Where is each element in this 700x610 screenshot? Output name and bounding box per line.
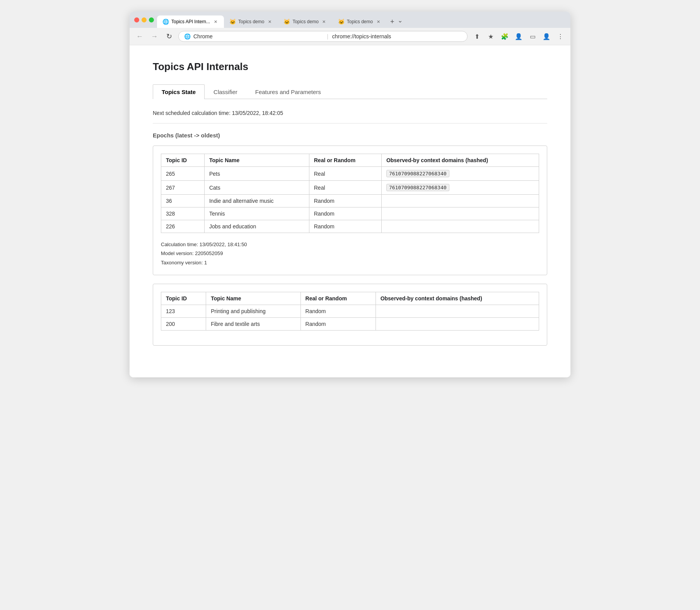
tab-classifier[interactable]: Classifier <box>205 84 246 99</box>
tab-3-title: Topics demo <box>292 19 318 24</box>
traffic-lights <box>134 17 154 26</box>
col-header-topic-id: Topic ID <box>161 292 206 305</box>
menu-icon[interactable]: ⋮ <box>555 31 566 42</box>
epoch-1-calc-time: Calculation time: 13/05/2022, 18:41:50 <box>161 240 539 249</box>
epoch-1-meta: Calculation time: 13/05/2022, 18:41:50 M… <box>161 240 539 267</box>
table-row: 328 Tennis Random <box>161 207 539 220</box>
epoch-1-model-version: Model version: 2205052059 <box>161 249 539 258</box>
browser-tab-2[interactable]: 🐱 Topics demo ✕ <box>224 15 278 28</box>
account-icon[interactable]: 👤 <box>541 31 552 42</box>
tab-4-title: Topics demo <box>347 19 373 24</box>
cell-topic-name: Cats <box>204 181 309 195</box>
browser-tab-4[interactable]: 🐱 Topics demo ✕ <box>333 15 387 28</box>
forward-button[interactable]: → <box>149 31 160 42</box>
col-header-topic-name: Topic Name <box>204 154 309 167</box>
browser-tab-3[interactable]: 🐱 Topics demo ✕ <box>278 15 332 28</box>
nav-tabs: Topics State Classifier Features and Par… <box>153 84 547 99</box>
sidebar-icon[interactable]: ▭ <box>527 31 538 42</box>
close-button[interactable] <box>134 17 139 22</box>
table-row: 267 Cats Real 7610709088227068340 <box>161 181 539 195</box>
reload-button[interactable]: ↻ <box>164 31 174 42</box>
address-site-label: Chrome <box>193 33 323 39</box>
cell-hash: 7610709088227068340 <box>381 181 539 195</box>
cell-topic-id: 36 <box>161 195 205 207</box>
cell-topic-name: Jobs and education <box>204 220 309 233</box>
title-bar: 🌐 Topics API Intern... ✕ 🐱 Topics demo ✕… <box>130 12 570 28</box>
hash-value: 7610709088227068340 <box>386 184 449 191</box>
cell-real-random: Real <box>309 167 381 181</box>
col-header-topic-id: Topic ID <box>161 154 205 167</box>
cell-real-random: Random <box>309 207 381 220</box>
new-tab-button[interactable]: + <box>387 16 398 27</box>
address-bar[interactable]: 🌐 Chrome | chrome://topics-internals <box>178 31 468 42</box>
epoch-1-taxonomy-version: Taxonomy version: 1 <box>161 258 539 267</box>
col-header-real-random: Real or Random <box>300 292 376 305</box>
maximize-button[interactable] <box>149 17 154 22</box>
epoch-1-table: Topic ID Topic Name Real or Random Obser… <box>161 154 539 233</box>
cell-topic-name: Printing and publishing <box>206 305 300 318</box>
cell-hash <box>376 318 539 331</box>
toolbar: ← → ↻ 🌐 Chrome | chrome://topics-interna… <box>130 28 570 45</box>
cell-topic-name: Pets <box>204 167 309 181</box>
minimize-button[interactable] <box>142 17 147 22</box>
next-calc-time: Next scheduled calculation time: 13/05/2… <box>153 110 547 116</box>
cell-hash <box>381 207 539 220</box>
table-row: 123 Printing and publishing Random <box>161 305 539 318</box>
hash-value: 7610709088227068340 <box>386 170 449 177</box>
browser-window: 🌐 Topics API Intern... ✕ 🐱 Topics demo ✕… <box>130 12 570 377</box>
cell-topic-id: 265 <box>161 167 205 181</box>
tab-2-icon: 🐱 <box>229 19 236 25</box>
cell-topic-name: Fibre and textile arts <box>206 318 300 331</box>
extensions-icon[interactable]: 🧩 <box>499 31 510 42</box>
toolbar-actions: ⬆ ★ 🧩 👤 ▭ 👤 ⋮ <box>471 31 566 42</box>
cell-topic-id: 267 <box>161 181 205 195</box>
tab-list-chevron[interactable]: ⌄ <box>398 17 403 28</box>
tab-4-icon: 🐱 <box>338 19 345 25</box>
tab-3-icon: 🐱 <box>283 19 290 25</box>
col-header-real-random: Real or Random <box>309 154 381 167</box>
epoch-2-table: Topic ID Topic Name Real or Random Obser… <box>161 292 539 331</box>
table-header-row: Topic ID Topic Name Real or Random Obser… <box>161 154 539 167</box>
tab-1-close[interactable]: ✕ <box>212 19 219 25</box>
epochs-heading: Epochs (latest -> oldest) <box>153 132 547 139</box>
cell-topic-name: Tennis <box>204 207 309 220</box>
cell-topic-id: 226 <box>161 220 205 233</box>
tab-2-close[interactable]: ✕ <box>266 19 273 25</box>
tab-4-close[interactable]: ✕ <box>375 19 381 25</box>
cell-real-random: Real <box>309 181 381 195</box>
cell-topic-id: 328 <box>161 207 205 220</box>
tab-topics-state[interactable]: Topics State <box>153 84 205 99</box>
col-header-observed-domains: Observed-by context domains (hashed) <box>376 292 539 305</box>
cell-hash <box>381 220 539 233</box>
section-divider <box>153 123 547 123</box>
table-row: 200 Fibre and textile arts Random <box>161 318 539 331</box>
site-icon: 🌐 <box>184 33 190 39</box>
page-title: Topics API Internals <box>153 61 547 73</box>
cell-real-random: Random <box>300 305 376 318</box>
bookmark-icon[interactable]: ★ <box>485 31 496 42</box>
cell-hash <box>381 195 539 207</box>
cell-hash: 7610709088227068340 <box>381 167 539 181</box>
tabs-bar: 🌐 Topics API Intern... ✕ 🐱 Topics demo ✕… <box>157 15 566 28</box>
col-header-topic-name: Topic Name <box>206 292 300 305</box>
tab-3-close[interactable]: ✕ <box>321 19 327 25</box>
tab-2-title: Topics demo <box>238 19 264 24</box>
table-header-row: Topic ID Topic Name Real or Random Obser… <box>161 292 539 305</box>
tab-features-params[interactable]: Features and Parameters <box>246 84 330 99</box>
cell-topic-id: 200 <box>161 318 206 331</box>
epoch-box-1: Topic ID Topic Name Real or Random Obser… <box>153 146 547 275</box>
share-icon[interactable]: ⬆ <box>471 31 482 42</box>
tab-1-title: Topics API Intern... <box>171 19 210 24</box>
profile-icon[interactable]: 👤 <box>513 31 524 42</box>
back-button[interactable]: ← <box>134 31 145 42</box>
tab-1-icon: 🌐 <box>162 19 169 25</box>
col-header-observed-domains: Observed-by context domains (hashed) <box>381 154 539 167</box>
page-content: Topics API Internals Topics State Classi… <box>130 45 570 377</box>
cell-hash <box>376 305 539 318</box>
cell-topic-id: 123 <box>161 305 206 318</box>
table-row: 36 Indie and alternative music Random <box>161 195 539 207</box>
address-url: chrome://topics-internals <box>332 33 462 39</box>
browser-tab-1[interactable]: 🌐 Topics API Intern... ✕ <box>157 15 224 28</box>
table-row: 265 Pets Real 7610709088227068340 <box>161 167 539 181</box>
cell-real-random: Random <box>309 195 381 207</box>
